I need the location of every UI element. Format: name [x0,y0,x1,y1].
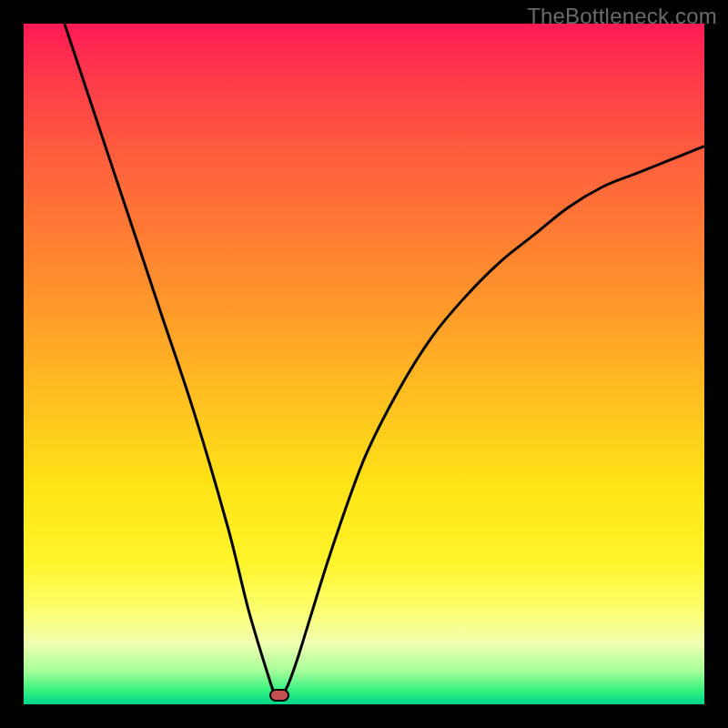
watermark-text: TheBottleneck.com [527,4,717,29]
gradient-background [24,24,704,704]
chart-frame: TheBottleneck.com [0,0,728,728]
min-marker [269,689,289,702]
plot-area [24,24,704,704]
